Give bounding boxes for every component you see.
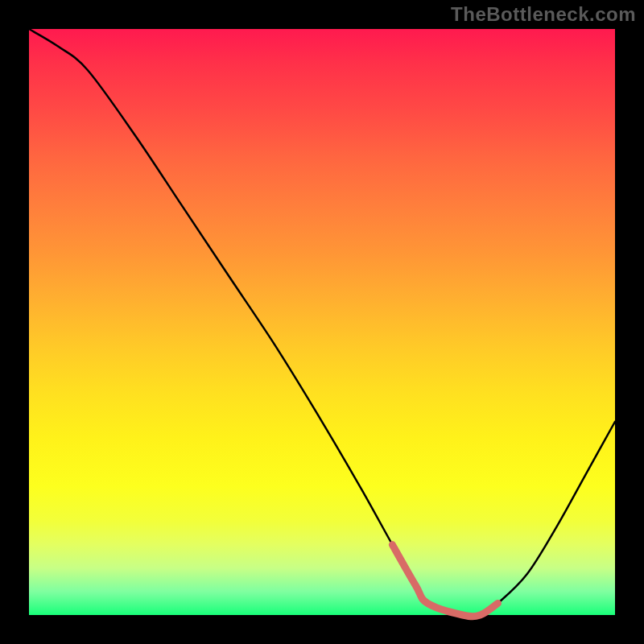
- chart-svg: [29, 29, 615, 615]
- optimal-segment-path: [392, 545, 497, 617]
- bottleneck-curve-path: [29, 29, 615, 617]
- watermark-text: TheBottleneck.com: [451, 3, 636, 26]
- chart-frame: TheBottleneck.com: [0, 0, 644, 644]
- plot-area: [29, 29, 615, 615]
